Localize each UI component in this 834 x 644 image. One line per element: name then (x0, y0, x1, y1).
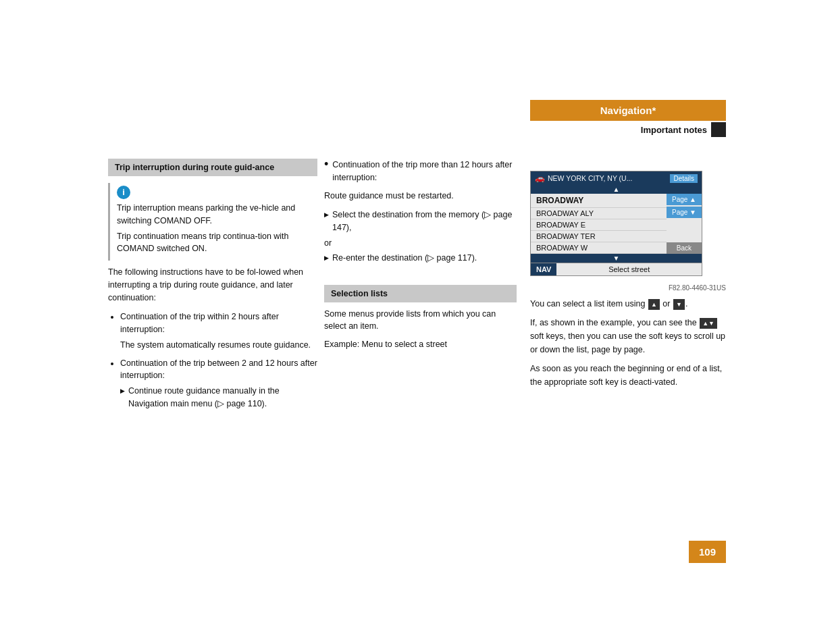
selection-header-box: Selection lists (324, 285, 517, 302)
nav-footer-nav-label: NAV (531, 263, 556, 275)
right-desc-p1: You can select a list item using ▲ or ▼. (530, 297, 726, 311)
arrow-mid-2: Re-enter the destination (▷ page 117). (324, 252, 517, 265)
nav-ref: F82.80-4460-31US (530, 284, 726, 292)
nav-screen: 🚗 NEW YORK CITY, NY (U... Details ▲ BROA… (530, 171, 702, 276)
arrow-list-mid-2: Re-enter the destination (▷ page 117). (324, 252, 517, 265)
broadway-ter-row: BROADWAY TER (531, 231, 667, 242)
bullet-dot: • (324, 157, 328, 171)
left-column: Trip interruption during route guid-ance… (108, 159, 317, 416)
right-desc: You can select a list item using ▲ or ▼.… (530, 297, 726, 389)
nav-arrow-up-row: ▲ (531, 185, 702, 194)
info-para2: Trip continuation means trip continua-ti… (117, 230, 311, 256)
selection-desc1: Some menus provide lists from which you … (324, 308, 517, 333)
arrow-list-left: Continue route guidance manually in the … (120, 385, 317, 410)
arrow-up-icon: ▲ (648, 299, 660, 310)
middle-column: • Continuation of the trip more than 12 … (324, 159, 517, 351)
trip-header-box: Trip interruption during route guid-ance (108, 159, 317, 176)
nav-title-bar: Navigation* (530, 100, 726, 121)
car-icon: 🚗 (535, 173, 545, 183)
bullet-item-2: Continuation of the trip between 2 and 1… (120, 357, 317, 410)
nav-list-area: BROADWAY BROADWAY ALY BROADWAY E BROADWA… (531, 194, 667, 254)
bullet-list: Continuation of the trip within 2 hours … (108, 311, 317, 410)
nav-footer: NAV Select street (531, 263, 702, 275)
info-para1: Trip interruption means parking the ve-h… (117, 202, 311, 227)
arrow-mid-1: Select the destination from the memory (… (324, 209, 517, 234)
example-text: Example: Menu to select a street (324, 338, 517, 351)
nav-screen-top: 🚗 NEW YORK CITY, NY (U... Details (531, 171, 702, 185)
route-restart: Route guidance must be restarted. (324, 190, 517, 203)
arrow-down-icon: ▼ (673, 299, 685, 310)
important-notes-block (711, 122, 726, 137)
right-desc-p2: If, as shown in the example, you can see… (530, 316, 726, 356)
nav-main-area: BROADWAY BROADWAY ALY BROADWAY E BROADWA… (531, 194, 702, 254)
broadway-e-row: BROADWAY E (531, 219, 667, 231)
right-column: 🚗 NEW YORK CITY, NY (U... Details ▲ BROA… (530, 171, 726, 394)
following-text: The following instructions have to be fo… (108, 266, 317, 304)
important-notes-text: Important notes (641, 125, 707, 135)
important-notes-bar: Important notes (530, 122, 726, 137)
city-name: NEW YORK CITY, NY (U... (548, 174, 670, 182)
details-button[interactable]: Details (670, 174, 698, 183)
info-icon: i (117, 186, 130, 199)
broadway-aly-row: BROADWAY ALY (531, 208, 667, 219)
broadway-w-row: BROADWAY W (531, 242, 667, 254)
nav-arrow-down-row: ▼ (531, 254, 702, 263)
page-down-button[interactable]: Page ▼ (667, 207, 702, 218)
right-desc-p3: As soon as you reach the beginning or en… (530, 362, 726, 389)
bullet1-sub: The system automatically resumes route g… (120, 336, 317, 352)
page-up-button[interactable]: Page ▲ (667, 194, 702, 205)
or-text: or (324, 238, 517, 248)
page-number-box: 109 (689, 541, 726, 563)
arrow-list-mid: Select the destination from the memory (… (324, 209, 517, 234)
arrow-item-1: Continue route guidance manually in the … (120, 385, 317, 410)
header-area: Navigation* Important notes (530, 100, 726, 137)
info-box: i Trip interruption means parking the ve… (108, 183, 317, 261)
back-button[interactable]: Back (667, 242, 702, 254)
bullet-item-1: Continuation of the trip within 2 hours … (120, 311, 317, 351)
broadway-row: BROADWAY (531, 194, 667, 208)
page-icon: ▲▼ (700, 318, 717, 329)
nav-buttons: Page ▲ Page ▼ Back (667, 194, 702, 254)
nav-footer-street-label: Select street (556, 263, 702, 275)
bullet-item-more: • Continuation of the trip more than 12 … (324, 159, 517, 184)
bullet3-main: Continuation of the trip more than 12 ho… (332, 159, 517, 184)
